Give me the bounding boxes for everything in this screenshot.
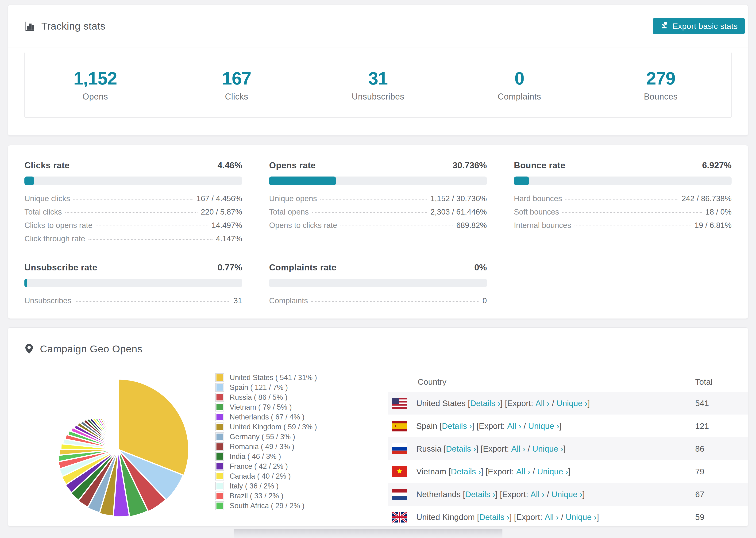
stat-clicks: 167Clicks bbox=[166, 52, 307, 117]
rate-row-value-opens-to-clicks-rate: 689.82% bbox=[456, 221, 487, 230]
legend-item-vietnam[interactable]: Vietnam ( 79 / 5% ) bbox=[216, 404, 388, 410]
rate-row-label-unique-opens: Unique opens bbox=[269, 194, 317, 203]
export-all-link-russia[interactable]: All › bbox=[512, 444, 525, 454]
legend-item-russia[interactable]: Russia ( 86 / 5% ) bbox=[216, 394, 388, 401]
rate-row-label-internal-bounces: Internal bounces bbox=[514, 221, 571, 230]
geo-table-cell-country-netherlands: Netherlands [Details ›] [Export: All › /… bbox=[388, 489, 695, 500]
export-unique-link-vietnam[interactable]: Unique › bbox=[537, 467, 568, 476]
export-all-link-vietnam[interactable]: All › bbox=[516, 467, 530, 476]
geo-table-row-russia: Russia [Details ›] [Export: All › / Uniq… bbox=[388, 437, 748, 460]
rate-row-label-soft-bounces: Soft bounces bbox=[514, 207, 559, 216]
export-basic-stats-label: Export basic stats bbox=[673, 22, 738, 31]
stats-summary-row: 1,152Opens167Clicks31Unsubscribes0Compla… bbox=[25, 52, 731, 118]
export-all-link-united-states[interactable]: All › bbox=[536, 399, 550, 408]
dotted-leader bbox=[65, 212, 198, 213]
legend-label-united-states: United States ( 541 / 31% ) bbox=[230, 373, 317, 382]
export-unique-link-united-states[interactable]: Unique › bbox=[557, 399, 587, 408]
legend-item-india[interactable]: India ( 46 / 3% ) bbox=[216, 453, 388, 459]
geo-table-row-spain: Spain [Details ›] [Export: All › / Uniqu… bbox=[388, 414, 748, 437]
rate-row-clicks-to-opens-rate: Clicks to opens rate14.497% bbox=[25, 221, 242, 234]
export-unique-link-spain[interactable]: Unique › bbox=[528, 421, 559, 431]
geo-table-header: CountryTotal bbox=[388, 372, 748, 392]
export-all-link-spain[interactable]: All › bbox=[507, 421, 521, 431]
flag-nl-icon bbox=[392, 489, 407, 500]
dashboard-page: Tracking stats Export basic stats 1,152O… bbox=[8, 0, 748, 526]
rate-value-bounce-rate: 6.927% bbox=[702, 161, 731, 170]
rate-row-soft-bounces: Soft bounces18 / 0% bbox=[514, 207, 731, 221]
legend-label-brazil: Brazil ( 33 / 2% ) bbox=[230, 492, 283, 500]
rate-value-opens-rate: 30.736% bbox=[453, 161, 487, 170]
legend-item-romania[interactable]: Romania ( 49 / 3% ) bbox=[216, 443, 388, 450]
rate-panel-head-bounce-rate: Bounce rate6.927% bbox=[514, 161, 731, 170]
legend-label-france: France ( 42 / 2% ) bbox=[230, 462, 288, 471]
rate-row-unique-opens: Unique opens1,152 / 30.736% bbox=[269, 194, 487, 207]
progress-track-opens-rate bbox=[269, 177, 487, 185]
export-all-link-united-kingdom[interactable]: All › bbox=[545, 512, 559, 522]
legend-item-italy[interactable]: Italy ( 36 / 2% ) bbox=[216, 483, 388, 489]
rate-panel-head-opens-rate: Opens rate30.736% bbox=[269, 161, 487, 170]
rate-panel-unsubscribe-rate: Unsubscribe rate0.77%Unsubscribes31 bbox=[25, 263, 242, 310]
dotted-leader bbox=[574, 226, 691, 226]
legend-swatch-south-africa bbox=[216, 502, 224, 510]
rate-row-label-unsubscribes: Unsubscribes bbox=[25, 296, 71, 305]
legend-item-netherlands[interactable]: Netherlands ( 67 / 4% ) bbox=[216, 414, 388, 420]
stat-label-complaints: Complaints bbox=[498, 92, 541, 102]
progress-fill-clicks-rate bbox=[25, 177, 34, 185]
geo-pie-svg[interactable] bbox=[43, 372, 193, 526]
geo-table-cell-total-united-kingdom: 59 bbox=[695, 512, 748, 522]
rate-row-unique-clicks: Unique clicks167 / 4.456% bbox=[25, 194, 242, 207]
details-link-russia[interactable]: Details › bbox=[446, 444, 476, 454]
legend-swatch-france bbox=[216, 462, 224, 470]
rate-row-label-unique-clicks: Unique clicks bbox=[25, 194, 70, 203]
progress-fill-unsubscribe-rate bbox=[25, 279, 27, 287]
export-unique-link-russia[interactable]: Unique › bbox=[532, 444, 563, 454]
legend-item-united-kingdom[interactable]: United Kingdom ( 59 / 3% ) bbox=[216, 424, 388, 430]
rate-row-value-internal-bounces: 19 / 6.81% bbox=[694, 221, 731, 230]
geo-table-header-total: Total bbox=[695, 377, 748, 387]
stat-label-bounces: Bounces bbox=[644, 92, 678, 102]
country-name-netherlands: Netherlands bbox=[416, 490, 460, 499]
legend-item-france[interactable]: France ( 42 / 2% ) bbox=[216, 463, 388, 469]
country-name-united-states: United States bbox=[416, 399, 465, 408]
progress-fill-bounce-rate bbox=[514, 177, 529, 185]
legend-label-canada: Canada ( 40 / 2% ) bbox=[230, 472, 291, 480]
dotted-leader bbox=[311, 301, 479, 301]
rate-row-value-complaints: 0 bbox=[482, 296, 487, 305]
legend-item-south-africa[interactable]: South Africa ( 29 / 2% ) bbox=[216, 503, 388, 509]
export-unique-link-united-kingdom[interactable]: Unique › bbox=[566, 512, 597, 522]
geo-table-cell-country-united-states: United States [Details ›] [Export: All ›… bbox=[388, 398, 695, 409]
geo-pie-chart[interactable] bbox=[43, 372, 193, 526]
stat-value-unsubscribes: 31 bbox=[368, 68, 388, 88]
details-link-netherlands[interactable]: Details › bbox=[465, 490, 495, 499]
details-link-spain[interactable]: Details › bbox=[442, 421, 472, 431]
legend-label-netherlands: Netherlands ( 67 / 4% ) bbox=[230, 413, 304, 421]
flag-us-icon bbox=[392, 398, 407, 409]
rate-row-label-opens-to-clicks-rate: Opens to clicks rate bbox=[269, 221, 337, 230]
stat-value-clicks: 167 bbox=[222, 68, 251, 88]
rates-card: Clicks rate4.46%Unique clicks167 / 4.456… bbox=[8, 145, 748, 319]
geo-table-row-united-kingdom: United Kingdom [Details ›] [Export: All … bbox=[388, 506, 748, 526]
export-all-link-netherlands[interactable]: All › bbox=[530, 490, 544, 499]
country-name-vietnam: Vietnam bbox=[416, 467, 446, 476]
legend-swatch-united-states bbox=[216, 374, 224, 381]
rate-row-value-total-clicks: 220 / 5.87% bbox=[201, 207, 242, 216]
geo-table-row-netherlands: Netherlands [Details ›] [Export: All › /… bbox=[388, 483, 748, 506]
bar-chart-icon bbox=[25, 21, 35, 31]
map-pin-icon bbox=[25, 344, 34, 354]
legend-item-spain[interactable]: Spain ( 121 / 7% ) bbox=[216, 384, 388, 391]
legend-item-canada[interactable]: Canada ( 40 / 2% ) bbox=[216, 473, 388, 479]
legend-item-brazil[interactable]: Brazil ( 33 / 2% ) bbox=[216, 493, 388, 499]
export-basic-stats-button[interactable]: Export basic stats bbox=[653, 18, 745, 34]
legend-item-united-states[interactable]: United States ( 541 / 31% ) bbox=[216, 374, 388, 381]
rate-row-value-unsubscribes: 31 bbox=[234, 296, 242, 305]
geo-title: Campaign Geo Opens bbox=[25, 343, 142, 355]
legend-item-germany[interactable]: Germany ( 55 / 3% ) bbox=[216, 434, 388, 440]
details-link-united-kingdom[interactable]: Details › bbox=[479, 512, 510, 522]
details-link-united-states[interactable]: Details › bbox=[470, 399, 500, 408]
geo-table-cell-total-russia: 86 bbox=[695, 444, 748, 454]
export-unique-link-netherlands[interactable]: Unique › bbox=[552, 490, 582, 499]
flag-vn-icon bbox=[392, 466, 407, 477]
rate-row-unsubscribes: Unsubscribes31 bbox=[25, 296, 242, 310]
rate-row-value-unique-opens: 1,152 / 30.736% bbox=[430, 194, 487, 203]
details-link-vietnam[interactable]: Details › bbox=[451, 467, 481, 476]
